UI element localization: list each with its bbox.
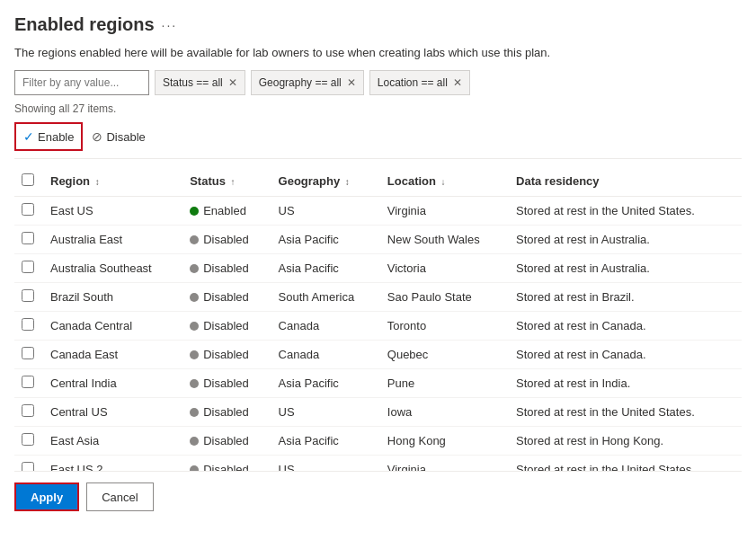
row-geography: Canada bbox=[271, 312, 380, 341]
row-checkbox-cell bbox=[14, 226, 43, 254]
enable-button[interactable]: ✓ Enable bbox=[14, 122, 83, 151]
filter-bar: Status == all ✕ Geography == all ✕ Locat… bbox=[14, 70, 742, 95]
row-location: Sao Paulo State bbox=[380, 283, 509, 312]
table-row: Australia Southeast Disabled Asia Pacifi… bbox=[14, 254, 742, 283]
status-dot-icon bbox=[190, 379, 199, 388]
page-title-ellipsis: ··· bbox=[162, 18, 178, 32]
row-geography: Canada bbox=[271, 341, 380, 369]
row-region: Canada Central bbox=[43, 312, 182, 341]
table-row: Central India Disabled Asia Pacific Pune… bbox=[14, 369, 742, 398]
filter-input[interactable] bbox=[14, 70, 149, 95]
row-checkbox-cell bbox=[14, 283, 43, 312]
row-location: Toronto bbox=[380, 312, 509, 341]
table-row: Australia East Disabled Asia Pacific New… bbox=[14, 226, 742, 254]
row-checkbox-4[interactable] bbox=[22, 318, 34, 331]
row-checkbox-2[interactable] bbox=[22, 261, 34, 273]
header-checkbox-col bbox=[14, 166, 43, 197]
table-row: East Asia Disabled Asia Pacific Hong Kon… bbox=[14, 427, 742, 456]
row-data-residency: Stored at rest in Hong Kong. bbox=[509, 427, 742, 456]
status-label: Disabled bbox=[203, 233, 249, 246]
filter-tag-status[interactable]: Status == all ✕ bbox=[155, 70, 245, 95]
select-all-checkbox[interactable] bbox=[22, 173, 34, 186]
row-checkbox-5[interactable] bbox=[22, 347, 34, 359]
row-checkbox-cell bbox=[14, 369, 43, 398]
status-dot-icon bbox=[190, 350, 199, 359]
header-location[interactable]: Location ↓ bbox=[380, 166, 509, 197]
row-checkbox-cell bbox=[14, 456, 43, 473]
row-checkbox-8[interactable] bbox=[22, 433, 34, 446]
row-region: East Asia bbox=[43, 427, 182, 456]
row-location: Hong Kong bbox=[380, 427, 509, 456]
row-checkbox-6[interactable] bbox=[22, 376, 34, 388]
status-label: Disabled bbox=[203, 319, 249, 332]
row-location: Pune bbox=[380, 369, 509, 398]
row-data-residency: Stored at rest in India. bbox=[509, 369, 742, 398]
header-status[interactable]: Status ↑ bbox=[182, 166, 271, 197]
apply-button[interactable]: Apply bbox=[14, 482, 79, 511]
row-data-residency: Stored at rest in the United States. bbox=[509, 197, 742, 226]
table-row: Brazil South Disabled South America Sao … bbox=[14, 283, 742, 312]
status-dot-icon bbox=[190, 465, 199, 473]
filter-tag-geography[interactable]: Geography == all ✕ bbox=[251, 70, 364, 95]
disable-icon: ⊘ bbox=[92, 129, 102, 144]
status-label: Disabled bbox=[203, 290, 249, 304]
row-geography: US bbox=[271, 456, 380, 473]
page-title-container: Enabled regions ··· bbox=[14, 14, 742, 35]
row-status: Disabled bbox=[182, 427, 271, 456]
filter-tag-geography-close[interactable]: ✕ bbox=[347, 76, 356, 89]
row-data-residency: Stored at rest in the United States. bbox=[509, 398, 742, 427]
row-checkbox-0[interactable] bbox=[22, 203, 34, 216]
table-row: Central US Disabled US Iowa Stored at re… bbox=[14, 398, 742, 427]
page-description: The regions enabled here will be availab… bbox=[14, 46, 742, 59]
row-status: Disabled bbox=[182, 369, 271, 398]
row-geography: Asia Pacific bbox=[271, 226, 380, 254]
row-status: Disabled bbox=[182, 398, 271, 427]
showing-text: Showing all 27 items. bbox=[14, 102, 742, 115]
cancel-button[interactable]: Cancel bbox=[86, 482, 153, 511]
header-geography[interactable]: Geography ↕ bbox=[271, 166, 380, 197]
row-region: Central India bbox=[43, 369, 182, 398]
row-checkbox-7[interactable] bbox=[22, 404, 34, 417]
status-dot-icon bbox=[190, 322, 199, 331]
row-status: Disabled bbox=[182, 254, 271, 283]
row-checkbox-cell bbox=[14, 254, 43, 283]
row-geography: US bbox=[271, 398, 380, 427]
row-checkbox-cell bbox=[14, 398, 43, 427]
table-body: East US Enabled US Virginia Stored at re… bbox=[14, 197, 742, 473]
filter-tag-status-close[interactable]: ✕ bbox=[228, 76, 237, 89]
status-dot-icon bbox=[190, 437, 199, 446]
row-region: Australia East bbox=[43, 226, 182, 254]
row-region: East US bbox=[43, 197, 182, 226]
row-status: Disabled bbox=[182, 312, 271, 341]
sort-icon-location: ↓ bbox=[441, 177, 446, 187]
check-icon: ✓ bbox=[23, 129, 34, 144]
table-row: East US 2 Disabled US Virginia Stored at… bbox=[14, 456, 742, 473]
status-dot-icon bbox=[190, 207, 199, 216]
row-status: Disabled bbox=[182, 283, 271, 312]
sort-icon-status: ↑ bbox=[231, 177, 236, 187]
row-region: Canada East bbox=[43, 341, 182, 369]
row-status: Disabled bbox=[182, 341, 271, 369]
enable-label: Enable bbox=[38, 130, 74, 144]
row-location: Virginia bbox=[380, 197, 509, 226]
regions-table: Region ↕ Status ↑ Geography ↕ Location ↓… bbox=[14, 166, 742, 472]
status-label: Disabled bbox=[203, 376, 249, 390]
filter-tag-location[interactable]: Location == all ✕ bbox=[369, 70, 470, 95]
filter-tag-geography-label: Geography == all bbox=[259, 76, 342, 89]
page-title: Enabled regions bbox=[14, 14, 155, 35]
table-row: Canada Central Disabled Canada Toronto S… bbox=[14, 312, 742, 341]
table-header-row: Region ↕ Status ↑ Geography ↕ Location ↓… bbox=[14, 166, 742, 197]
status-dot-icon bbox=[190, 293, 199, 302]
row-location: Iowa bbox=[380, 398, 509, 427]
status-dot-icon bbox=[190, 235, 199, 244]
row-checkbox-cell bbox=[14, 197, 43, 226]
table-row: East US Enabled US Virginia Stored at re… bbox=[14, 197, 742, 226]
sort-icon-region: ↕ bbox=[95, 177, 100, 187]
disable-button[interactable]: ⊘ Disable bbox=[83, 122, 154, 151]
row-checkbox-3[interactable] bbox=[22, 289, 34, 302]
header-region[interactable]: Region ↕ bbox=[43, 166, 182, 197]
regions-table-container: Region ↕ Status ↑ Geography ↕ Location ↓… bbox=[14, 166, 742, 472]
row-checkbox-9[interactable] bbox=[22, 462, 34, 472]
filter-tag-location-close[interactable]: ✕ bbox=[453, 76, 462, 89]
row-checkbox-1[interactable] bbox=[22, 232, 34, 244]
